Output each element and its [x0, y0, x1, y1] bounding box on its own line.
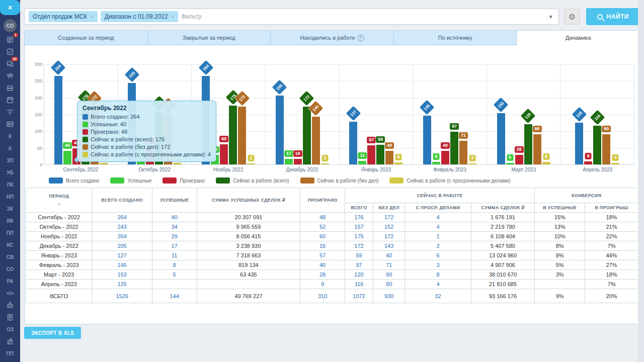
sidebar-chat-icon[interactable]: 29: [0, 58, 20, 69]
bar-сейчас-в-работе-с-просроченными-делами-[interactable]: 4: [173, 163, 181, 164]
bar-успешные[interactable]: 40: [63, 151, 71, 164]
sidebar-item-як[interactable]: ЯК: [0, 215, 20, 226]
bar-всего-создано[interactable]: 153: [497, 113, 505, 164]
sidebar-tasks-icon[interactable]: [0, 46, 20, 57]
bar-всего-создано[interactable]: 125: [575, 123, 583, 164]
bar-сейчас-в-работе-всего-[interactable]: 120: [524, 124, 532, 164]
bar-сейчас-в-работе-без-дел-[interactable]: 90: [533, 134, 541, 164]
sidebar-collapse-button[interactable]: ×: [0, 0, 20, 15]
bar-проиграно[interactable]: 28: [515, 155, 523, 164]
bar-сейчас-в-работе-с-просроченными-делами-[interactable]: 4: [100, 163, 108, 164]
bar-сейчас-в-работе-всего-[interactable]: 116: [593, 126, 601, 164]
tab-динамика[interactable]: Динамика: [517, 31, 639, 45]
column-header-period[interactable]: ПЕРИОД ^: [26, 188, 92, 213]
sidebar-item-св[interactable]: СВ: [0, 251, 20, 262]
sidebar-people-icon[interactable]: [0, 70, 20, 81]
bar-сейчас-в-работе-без-дел-[interactable]: 143: [312, 117, 320, 164]
bar-сейчас-в-работе-без-дел-[interactable]: 172: [238, 107, 246, 164]
sidebar-contact-card-icon[interactable]: [0, 119, 20, 130]
bar-проиграно[interactable]: 40: [441, 151, 449, 164]
sidebar-item-к[interactable]: К: [0, 143, 20, 154]
bar-проиграно[interactable]: 57: [367, 145, 375, 164]
sidebar-item-пп[interactable]: ПП: [0, 348, 20, 359]
column-header-in-work-sum[interactable]: СУММА СДЕЛОК ₽: [471, 203, 535, 213]
legend-item[interactable]: Сейчас в работе (с просроченными делами): [389, 177, 510, 184]
bar-всего-создано[interactable]: 127: [349, 122, 357, 164]
x-axis-label: Ноябрь 2022: [192, 167, 266, 172]
bar-успешные[interactable]: 8: [432, 162, 440, 164]
column-header-overdue[interactable]: С ПРОСР. ДЕЛАМИ: [405, 203, 471, 213]
sidebar-calendar-icon[interactable]: [0, 95, 20, 106]
bar-сейчас-в-работе-с-просроченными-делами-[interactable]: 4: [611, 163, 619, 164]
legend-item[interactable]: Сейчас в работе (без дел): [300, 177, 379, 184]
sidebar-item-оз[interactable]: ОЗ: [0, 324, 20, 335]
sidebar-item-со[interactable]: СО: [0, 263, 20, 275]
search-button[interactable]: НАЙТИ: [586, 8, 640, 25]
bar-успешные[interactable]: 17: [285, 159, 293, 164]
sidebar-robot-icon[interactable]: [0, 300, 20, 311]
bar-сейчас-в-работе-всего-[interactable]: 97: [450, 132, 458, 164]
bar-сейчас-в-работе-без-дел-[interactable]: 71: [459, 141, 467, 164]
bar-успешные[interactable]: 5: [506, 163, 514, 164]
chip-remove-icon[interactable]: ×: [171, 14, 174, 20]
sidebar-item-уб[interactable]: УБ: [0, 167, 20, 178]
settings-button[interactable]: ⚙: [564, 9, 580, 25]
tab-находились-в-работе[interactable]: Находились в работе?: [271, 31, 394, 45]
column-header-lost[interactable]: ПРОИГРАНО: [300, 188, 345, 213]
bar-проиграно[interactable]: 16: [294, 159, 302, 164]
bar-сейчас-в-работе-с-просроченными-делами-[interactable]: 1: [247, 163, 255, 164]
bar-успешные[interactable]: 11: [358, 161, 366, 164]
bar-сейчас-в-работе-всего-[interactable]: 175: [229, 106, 237, 164]
column-header-created[interactable]: ВСЕГО СОЗДАНО: [92, 188, 152, 213]
column-header-success-sum[interactable]: СУММА УСПЕШНЫХ СДЕЛОК ₽: [197, 188, 300, 213]
table-cell: 21 810 685: [471, 280, 535, 289]
sidebar-news-icon[interactable]: 1: [0, 34, 20, 45]
sidebar-item-к[interactable]: К: [0, 131, 20, 142]
sidebar-item-кс[interactable]: КС: [0, 239, 20, 250]
tab-закрытые-за-период[interactable]: Закрытые за период: [148, 31, 271, 45]
chevron-down-icon[interactable]: ▼: [548, 14, 553, 20]
export-xls-button[interactable]: ЭКСПОРТ В XLS: [24, 327, 81, 339]
bar-сейчас-в-работе-всего-[interactable]: 59: [376, 145, 384, 164]
bar-сейчас-в-работе-с-просроченными-делами-[interactable]: 8: [542, 162, 550, 164]
bar-всего-создано[interactable]: 145: [423, 116, 431, 164]
sidebar-document-icon[interactable]: [0, 312, 20, 323]
filter-chip[interactable]: Отдел продаж МСК×: [29, 11, 98, 22]
legend-item[interactable]: Всего создано: [49, 177, 99, 184]
sidebar-item-зк[interactable]: ЗК: [0, 203, 20, 214]
bar-сейчас-в-работе-с-просроченными-делами-[interactable]: 2: [321, 163, 329, 164]
bar-сейчас-в-работе-без-дел-[interactable]: 90: [602, 134, 610, 164]
column-header-no-tasks[interactable]: БЕЗ ДЕЛ: [373, 203, 405, 213]
legend-item[interactable]: Успешные: [110, 177, 151, 184]
sidebar-item-нп[interactable]: НП: [0, 191, 20, 202]
chip-remove-icon[interactable]: ×: [90, 14, 93, 20]
sidebar-item-лк[interactable]: ЛК: [0, 179, 20, 190]
bar-проиграно[interactable]: 9: [584, 161, 592, 164]
legend-item[interactable]: Сейчас в работе (всего): [216, 177, 289, 184]
sidebar-item-пл[interactable]: ПЛ: [0, 227, 20, 238]
sidebar-item-ра[interactable]: РА: [0, 276, 20, 287]
bar-сейчас-в-работе-без-дел-[interactable]: 40: [385, 151, 393, 164]
legend-item[interactable]: Проиграно: [163, 177, 205, 184]
tab-по-источнику[interactable]: По источнику: [394, 31, 517, 45]
help-icon[interactable]: ?: [358, 35, 364, 41]
user-avatar[interactable]: СО: [4, 19, 17, 32]
bar-сейчас-в-работе-с-просроченными-делами-[interactable]: 6: [394, 162, 403, 164]
filter-input[interactable]: Отдел продаж МСК×Диапазон с 01.09.2022× …: [24, 9, 559, 25]
sidebar-funnel-icon[interactable]: [0, 107, 20, 118]
sidebar-building-icon[interactable]: [0, 336, 20, 347]
column-header-in-work-total[interactable]: ВСЕГО: [345, 203, 373, 213]
column-header-successful[interactable]: УСПЕШНЫЕ: [152, 188, 197, 213]
bar-всего-создано[interactable]: 264: [54, 76, 62, 164]
bar-сейчас-в-работе-с-просроченными-делами-[interactable]: 3: [468, 163, 476, 164]
tab-созданные-за-период[interactable]: Созданные за период: [25, 31, 148, 45]
sidebar-item-зп[interactable]: ЗП: [0, 155, 20, 166]
filter-chip[interactable]: Диапазон с 01.09.2022×: [101, 11, 178, 22]
bar-всего-создано[interactable]: 205: [276, 96, 284, 164]
bar-сейчас-в-работе-всего-[interactable]: 172: [303, 107, 311, 164]
bar-проиграно[interactable]: 60: [220, 144, 228, 164]
sidebar-cards-icon[interactable]: [0, 82, 20, 94]
sidebar-item-codecodecode[interactable]: </>: [0, 288, 20, 299]
column-header-conv-success[interactable]: В УСПЕШНЫЕ: [535, 203, 585, 213]
column-header-conv-lost[interactable]: В ПРОИГРЫШ: [585, 203, 638, 213]
